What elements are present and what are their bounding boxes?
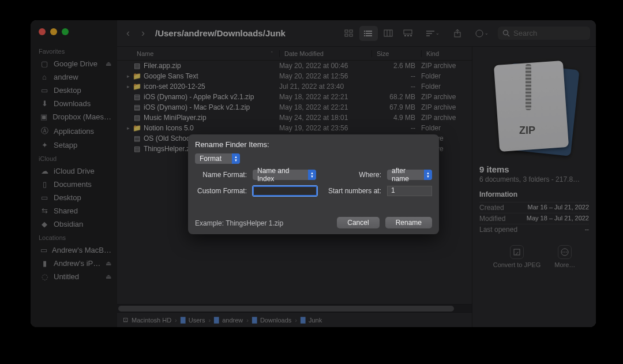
sidebar-item[interactable]: ☁iCloud Drive	[31, 164, 117, 178]
sidebar-item[interactable]: ◌Untitled⏏	[31, 270, 117, 283]
icon-view-button[interactable]	[340, 26, 358, 41]
sidebar-item[interactable]: ◆Obsidian	[31, 217, 117, 231]
disclosure-triangle-icon[interactable]: ▸	[124, 84, 132, 89]
sidebar-item-label: Downloads	[54, 99, 91, 108]
search-input[interactable]	[513, 29, 596, 37]
zip-file-icon: ▤	[132, 103, 141, 111]
folder-icon: ▢	[40, 59, 49, 68]
sidebar-item[interactable]: ▭Andrew's MacB…	[31, 243, 117, 257]
table-row[interactable]: ▤Filer.app.zipMay 20, 2022 at 00:462.6 M…	[117, 61, 472, 71]
svg-point-9	[364, 35, 365, 36]
path-segment[interactable]: Macintosh HD	[132, 317, 171, 324]
eject-icon[interactable]: ⏏	[106, 260, 111, 267]
folder-icon: ▇	[301, 316, 305, 324]
list-view-button[interactable]	[359, 26, 378, 41]
path-segment[interactable]: Users	[189, 317, 205, 324]
back-button[interactable]: ‹	[123, 27, 133, 39]
sidebar-item[interactable]: ▭Desktop	[31, 84, 117, 97]
rename-mode-select[interactable]: Format ▲▼	[195, 153, 240, 164]
custom-format-input[interactable]	[253, 186, 317, 196]
table-row[interactable]: ▸📁icon-set 2020-12-25Jul 21, 2022 at 23:…	[117, 81, 472, 92]
column-date-modified[interactable]: Date Modified	[279, 50, 371, 57]
where-select[interactable]: after name ▲▼	[387, 170, 432, 180]
forward-button[interactable]: ›	[138, 27, 148, 39]
group-by-button[interactable]: ⌄	[422, 26, 444, 41]
convert-to-jpeg-action[interactable]: Convert to JPEG	[493, 245, 541, 268]
start-numbers-input[interactable]: 1	[387, 186, 432, 196]
disclosure-triangle-icon[interactable]: ▸	[124, 125, 132, 131]
svg-rect-13	[404, 30, 412, 34]
path-bar[interactable]: ⊡Macintosh HD›▇Users›▇andrew›▇Downloads›…	[117, 312, 472, 327]
table-row[interactable]: ▤iOS (Dynamo) - Apple Pack v2.1.zipMay 1…	[117, 92, 472, 102]
eject-icon[interactable]: ⏏	[106, 60, 111, 67]
sidebar: Favorites▢Google Drive⏏⌂andrew▭Desktop⬇D…	[31, 20, 117, 327]
desktop-icon: ▭	[40, 193, 49, 202]
view-switcher	[340, 26, 417, 41]
select-arrows-icon: ▲▼	[424, 170, 432, 180]
sidebar-item[interactable]: ▭Desktop	[31, 191, 117, 204]
column-size[interactable]: Size	[371, 50, 421, 57]
more-icon	[558, 245, 572, 259]
path-separator-icon: ›	[175, 317, 177, 324]
table-row[interactable]: ▸📁Google Sans TextMay 20, 2022 at 12:56-…	[117, 71, 472, 81]
sidebar-item[interactable]: ⒶApplications	[31, 123, 117, 138]
sidebar-item[interactable]: ✦Setapp	[31, 138, 117, 152]
sidebar-item-label: Desktop	[54, 193, 81, 202]
eject-icon[interactable]: ⏏	[106, 273, 111, 280]
search-icon	[502, 29, 510, 37]
convert-icon	[510, 245, 524, 259]
path-segment[interactable]: andrew	[222, 317, 243, 324]
sidebar-section-header: iCloud	[31, 152, 117, 164]
file-date: May 18, 2022 at 22:21	[279, 93, 371, 101]
folder-icon: 📁	[132, 124, 141, 132]
preview-lastopened-row: Last opened--	[479, 224, 589, 235]
table-row[interactable]: ▤Music MiniPlayer.zipMay 24, 2022 at 18:…	[117, 112, 472, 123]
more-actions[interactable]: More…	[554, 245, 575, 268]
column-name[interactable]: Name˄	[133, 50, 279, 57]
column-view-button[interactable]	[379, 26, 397, 41]
sidebar-item[interactable]: ▢Google Drive⏏	[31, 57, 117, 70]
sidebar-section-header: Favorites	[31, 44, 117, 57]
path-segment[interactable]: Downloads	[260, 317, 291, 324]
horizontal-scrollbar[interactable]	[117, 304, 472, 312]
minimize-window-button[interactable]	[50, 28, 57, 35]
sidebar-item[interactable]: ▯Documents	[31, 178, 117, 191]
table-row[interactable]: ▤iOS (Dynamo) - Mac Pack v2.1.zipMay 18,…	[117, 102, 472, 112]
search-field[interactable]	[498, 27, 590, 40]
rename-button[interactable]: Rename	[385, 217, 432, 228]
path-separator-icon: ›	[208, 317, 211, 324]
gallery-view-button[interactable]	[399, 26, 417, 41]
where-label: Where:	[359, 171, 381, 179]
svg-rect-0	[345, 30, 348, 32]
fullscreen-window-button[interactable]	[62, 28, 69, 35]
file-size: 68.2 MB	[371, 93, 421, 101]
doc-icon: ▯	[40, 180, 49, 189]
close-window-button[interactable]	[39, 28, 46, 35]
zip-file-icon: ▤	[132, 134, 141, 142]
svg-rect-15	[407, 35, 409, 36]
path-separator-icon: ›	[295, 317, 297, 324]
custom-format-label: Custom Format:	[195, 187, 247, 195]
path-segment[interactable]: Junk	[309, 317, 322, 324]
sidebar-item[interactable]: ⬇Downloads	[31, 97, 117, 110]
sidebar-item-label: andrew	[54, 73, 78, 81]
share-button[interactable]	[449, 26, 466, 41]
sidebar-item[interactable]: ▮Andrew's iP…⏏	[31, 257, 117, 270]
sidebar-item[interactable]: ⇆Shared	[31, 204, 117, 217]
cancel-button[interactable]: Cancel	[337, 217, 379, 228]
disclosure-triangle-icon[interactable]: ▸	[124, 73, 132, 79]
file-name: Notion Icons 5.0	[141, 124, 279, 132]
column-kind[interactable]: Kind	[421, 50, 472, 57]
tags-button[interactable]: ⌄	[471, 26, 493, 41]
scrollbar-thumb[interactable]	[118, 306, 454, 312]
sidebar-item-label: iCloud Drive	[54, 167, 95, 175]
name-format-select[interactable]: Name and Index ▲▼	[253, 170, 316, 180]
download-icon: ⬇	[40, 99, 49, 108]
svg-point-28	[562, 252, 564, 253]
file-name: iOS (Dynamo) - Mac Pack v2.1.zip	[141, 103, 279, 111]
sidebar-item[interactable]: ▣Dropbox (Maes…	[31, 110, 117, 123]
table-row[interactable]: ▸📁Notion Icons 5.0May 19, 2022 at 23:56-…	[117, 123, 472, 133]
file-date: May 24, 2022 at 18:01	[279, 114, 371, 122]
path-separator-icon: ›	[246, 317, 249, 324]
sidebar-item[interactable]: ⌂andrew	[31, 70, 117, 84]
